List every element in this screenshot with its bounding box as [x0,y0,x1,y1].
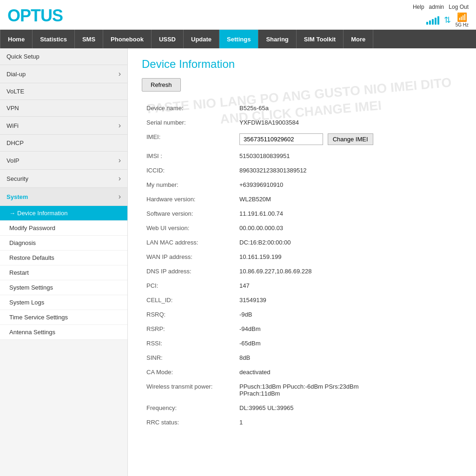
top-right-area: Help admin Log Out ⇅ 📶 5G Hz [413,4,469,27]
signal-bars [426,15,439,25]
data-arrows-icon: ⇅ [444,15,451,25]
table-row: Wireless transmit power: PPusch:13dBm PP… [142,379,462,401]
sub-diagnosis[interactable]: Diagnosis [0,236,127,251]
nav-more[interactable]: More [344,30,373,48]
signal-area: ⇅ 📶 5G Hz [426,12,469,27]
sidebar-item-vpn[interactable]: VPN [0,100,127,117]
help-link[interactable]: Help [413,4,424,10]
table-row: Hardware version: WL2B520M [142,192,462,206]
admin-link[interactable]: admin [429,4,444,10]
nav-home[interactable]: Home [0,30,33,48]
field-label: ICCID: [142,163,235,178]
sub-system-logs[interactable]: System Logs [0,295,127,310]
content-area: Device Information PASTE NIO LANG PO ANG… [128,48,476,476]
field-label: Software version: [142,206,235,221]
nav-update[interactable]: Update [184,30,219,48]
sub-time-service-settings[interactable]: Time Service Settings [0,310,127,325]
top-links: Help admin Log Out [413,4,469,10]
field-value: 10.86.69.227,10.86.69.228 [235,264,462,278]
sub-system-settings[interactable]: System Settings [0,280,127,295]
field-value: deactivated [235,365,462,379]
sidebar-item-volte[interactable]: VoLTE [0,83,127,100]
sidebar: Quick Setup Dial-up VoLTE VPN WiFi DHCP … [0,48,128,476]
field-value: 31549139 [235,293,462,307]
field-label: Frequency: [142,401,235,415]
field-label: Device name: [142,101,235,115]
sub-restart[interactable]: Restart [0,265,127,280]
field-value: +639396910910 [235,178,462,192]
field-label: RSRP: [142,322,235,336]
sub-modify-password[interactable]: Modify Password [0,221,127,236]
field-value: DL:39965 UL:39965 [235,401,462,415]
table-row: Serial number: YXFDW18A19003584 [142,115,462,130]
field-value: B525s-65a [235,101,462,115]
field-label: WAN IP address: [142,250,235,264]
wifi-icon: 📶 [457,12,467,22]
field-value: 00.00.00.000.03 [235,221,462,235]
table-row: RSRP: -94dBm [142,322,462,336]
nav-phonebook[interactable]: Phonebook [103,30,152,48]
sidebar-item-dialup[interactable]: Dial-up [0,65,127,83]
imei-input[interactable] [239,133,323,145]
table-row: SINR: 8dB [142,350,462,365]
sidebar-item-security[interactable]: Security [0,170,127,188]
table-row: RSSI: -65dBm [142,336,462,350]
field-value: 11.191.61.00.74 [235,206,462,221]
sidebar-item-wifi[interactable]: WiFi [0,117,127,135]
field-label: IMSI : [142,149,235,163]
field-label: DNS IP address: [142,264,235,278]
sidebar-item-system[interactable]: System › [0,188,127,206]
table-row: Web UI version: 00.00.00.000.03 [142,221,462,235]
nav-sharing[interactable]: Sharing [258,30,296,48]
change-imei-button[interactable]: Change IMEI [328,133,373,145]
field-label: PCI: [142,278,235,293]
main-layout: Quick Setup Dial-up VoLTE VPN WiFi DHCP … [0,48,476,476]
nav-settings[interactable]: Settings [219,30,258,48]
table-row: WAN IP address: 10.161.159.199 [142,250,462,264]
field-value: 147 [235,278,462,293]
table-row: IMSI : 515030180839951 [142,149,462,163]
watermark-area: PASTE NIO LANG PO ANG GUSTO NIO IMEI DIT… [142,78,462,430]
field-value: 515030180839951 [235,149,462,163]
field-label: RRC status: [142,415,235,430]
table-row: PCI: 147 [142,278,462,293]
field-value: 1 [235,415,462,430]
field-value: 10.161.159.199 [235,250,462,264]
field-value-imei: Change IMEI [235,130,462,149]
sidebar-system-label: System [7,193,28,200]
field-value: 89630321238301389512 [235,163,462,178]
field-value: 8dB [235,350,462,365]
table-row: CA Mode: deactivated [142,365,462,379]
table-row: ICCID: 89630321238301389512 [142,163,462,178]
table-row: IMEI: Change IMEI [142,130,462,149]
sidebar-item-quicksetup[interactable]: Quick Setup [0,48,127,65]
field-label: RSSI: [142,336,235,350]
sub-antenna-settings[interactable]: Antenna Settings [0,325,127,340]
nav-statistics[interactable]: Statistics [33,30,75,48]
field-label: IMEI: [142,130,235,149]
nav-bar: Home Statistics SMS Phonebook USSD Updat… [0,30,476,48]
field-value: -94dBm [235,322,462,336]
table-row: RRC status: 1 [142,415,462,430]
table-row: My number: +639396910910 [142,178,462,192]
logout-link[interactable]: Log Out [449,4,469,10]
field-label: Web UI version: [142,221,235,235]
field-label: Serial number: [142,115,235,130]
field-value: DC:16:B2:00:00:00 [235,235,462,250]
refresh-button[interactable]: Refresh [142,78,181,92]
nav-sms[interactable]: SMS [75,30,103,48]
sidebar-item-voip[interactable]: VoIP [0,152,127,170]
field-label: LAN MAC address: [142,235,235,250]
sub-restore-defaults[interactable]: Restore Defaults [0,251,127,265]
page-title: Device Information [142,58,462,71]
nav-ussd[interactable]: USSD [152,30,184,48]
nav-simtoolkit[interactable]: SIM Toolkit [297,30,344,48]
field-value: YXFDW18A19003584 [235,115,462,130]
field-label: RSRQ: [142,307,235,322]
table-row: Device name: B525s-65a [142,101,462,115]
field-label: Wireless transmit power: [142,379,235,401]
sidebar-item-dhcp[interactable]: DHCP [0,135,127,152]
sub-device-information[interactable]: Device Information [0,206,127,221]
sidebar-system-arrow: › [119,192,121,201]
table-row: CELL_ID: 31549139 [142,293,462,307]
